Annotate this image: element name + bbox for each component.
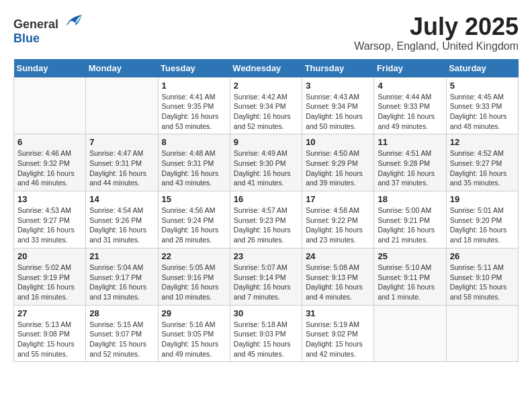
cell-content: Sunrise: 5:15 AMSunset: 9:07 PMDaylight:…	[89, 320, 154, 359]
calendar-cell: 29Sunrise: 5:16 AMSunset: 9:05 PMDayligh…	[158, 305, 230, 362]
day-number: 10	[306, 137, 370, 147]
calendar-cell: 13Sunrise: 4:53 AMSunset: 9:27 PMDayligh…	[14, 191, 86, 248]
day-number: 7	[89, 137, 154, 147]
day-number: 16	[234, 194, 298, 204]
title-section: July 2025 Warsop, England, United Kingdo…	[354, 13, 519, 52]
calendar-cell: 2Sunrise: 4:42 AMSunset: 9:34 PMDaylight…	[230, 77, 302, 134]
day-number: 21	[89, 251, 154, 261]
calendar-header-wednesday: Wednesday	[230, 59, 302, 78]
day-number: 25	[378, 251, 442, 261]
calendar-cell	[14, 77, 86, 134]
location-title: Warsop, England, United Kingdom	[354, 40, 519, 52]
day-number: 11	[378, 137, 442, 147]
cell-content: Sunrise: 4:48 AMSunset: 9:31 PMDaylight:…	[162, 148, 226, 188]
calendar-cell: 14Sunrise: 4:54 AMSunset: 9:26 PMDayligh…	[86, 191, 158, 248]
cell-content: Sunrise: 5:16 AMSunset: 9:05 PMDaylight:…	[162, 320, 226, 359]
day-number: 9	[234, 137, 298, 147]
calendar-cell: 31Sunrise: 5:19 AMSunset: 9:02 PMDayligh…	[302, 305, 374, 362]
calendar-cell: 20Sunrise: 5:02 AMSunset: 9:19 PMDayligh…	[14, 248, 86, 305]
calendar-cell: 18Sunrise: 5:00 AMSunset: 9:21 PMDayligh…	[374, 191, 446, 248]
cell-content: Sunrise: 4:42 AMSunset: 9:34 PMDaylight:…	[234, 92, 298, 132]
calendar-cell: 27Sunrise: 5:13 AMSunset: 9:08 PMDayligh…	[14, 305, 86, 362]
day-number: 13	[17, 194, 82, 204]
cell-content: Sunrise: 4:58 AMSunset: 9:22 PMDaylight:…	[306, 205, 370, 245]
day-number: 27	[17, 308, 82, 318]
cell-content: Sunrise: 4:44 AMSunset: 9:33 PMDaylight:…	[378, 92, 442, 132]
day-number: 3	[306, 81, 370, 91]
day-number: 31	[306, 308, 370, 318]
cell-content: Sunrise: 5:08 AMSunset: 9:13 PMDaylight:…	[306, 263, 370, 302]
calendar-cell	[86, 77, 158, 134]
cell-content: Sunrise: 5:18 AMSunset: 9:03 PMDaylight:…	[234, 320, 298, 359]
day-number: 19	[450, 194, 515, 204]
logo-wordmark: General Blue	[13, 13, 82, 46]
calendar-week-row: 1Sunrise: 4:41 AMSunset: 9:35 PMDaylight…	[14, 77, 519, 134]
cell-content: Sunrise: 5:11 AMSunset: 9:10 PMDaylight:…	[450, 263, 515, 302]
day-number: 4	[378, 81, 442, 91]
day-number: 8	[162, 137, 226, 147]
calendar-cell: 1Sunrise: 4:41 AMSunset: 9:35 PMDaylight…	[158, 77, 230, 134]
cell-content: Sunrise: 4:50 AMSunset: 9:29 PMDaylight:…	[306, 148, 370, 188]
calendar-header-friday: Friday	[374, 59, 446, 78]
cell-content: Sunrise: 5:04 AMSunset: 9:17 PMDaylight:…	[89, 263, 154, 302]
logo-text-blue: Blue	[13, 32, 40, 45]
cell-content: Sunrise: 4:52 AMSunset: 9:27 PMDaylight:…	[450, 148, 515, 188]
calendar-week-row: 27Sunrise: 5:13 AMSunset: 9:08 PMDayligh…	[14, 305, 519, 362]
calendar-cell: 30Sunrise: 5:18 AMSunset: 9:03 PMDayligh…	[230, 305, 302, 362]
page-header: General Blue July 2025 Warsop, England, …	[13, 13, 519, 52]
day-number: 5	[450, 81, 515, 91]
cell-content: Sunrise: 5:00 AMSunset: 9:21 PMDaylight:…	[378, 205, 442, 245]
calendar-cell: 4Sunrise: 4:44 AMSunset: 9:33 PMDaylight…	[374, 77, 446, 134]
cell-content: Sunrise: 5:19 AMSunset: 9:02 PMDaylight:…	[306, 320, 370, 359]
month-title: July 2025	[354, 13, 519, 40]
cell-content: Sunrise: 5:07 AMSunset: 9:14 PMDaylight:…	[234, 263, 298, 302]
day-number: 14	[89, 194, 154, 204]
cell-content: Sunrise: 4:51 AMSunset: 9:28 PMDaylight:…	[378, 148, 442, 188]
cell-content: Sunrise: 4:46 AMSunset: 9:32 PMDaylight:…	[17, 148, 82, 188]
calendar-header-thursday: Thursday	[302, 59, 374, 78]
calendar-week-row: 6Sunrise: 4:46 AMSunset: 9:32 PMDaylight…	[14, 134, 519, 191]
calendar-cell: 19Sunrise: 5:01 AMSunset: 9:20 PMDayligh…	[446, 191, 518, 248]
calendar-week-row: 13Sunrise: 4:53 AMSunset: 9:27 PMDayligh…	[14, 191, 519, 248]
day-number: 23	[234, 251, 298, 261]
cell-content: Sunrise: 4:43 AMSunset: 9:34 PMDaylight:…	[306, 92, 370, 132]
day-number: 30	[234, 308, 298, 318]
calendar-cell: 10Sunrise: 4:50 AMSunset: 9:29 PMDayligh…	[302, 134, 374, 191]
calendar-cell: 3Sunrise: 4:43 AMSunset: 9:34 PMDaylight…	[302, 77, 374, 134]
cell-content: Sunrise: 5:05 AMSunset: 9:16 PMDaylight:…	[162, 263, 226, 302]
calendar-cell: 15Sunrise: 4:56 AMSunset: 9:24 PMDayligh…	[158, 191, 230, 248]
cell-content: Sunrise: 5:01 AMSunset: 9:20 PMDaylight:…	[450, 205, 515, 245]
calendar-cell: 12Sunrise: 4:52 AMSunset: 9:27 PMDayligh…	[446, 134, 518, 191]
day-number: 2	[234, 81, 298, 91]
calendar-cell: 17Sunrise: 4:58 AMSunset: 9:22 PMDayligh…	[302, 191, 374, 248]
calendar-cell	[374, 305, 446, 362]
logo-bird-icon	[63, 13, 82, 28]
calendar-header-sunday: Sunday	[14, 59, 86, 78]
calendar-cell: 21Sunrise: 5:04 AMSunset: 9:17 PMDayligh…	[86, 248, 158, 305]
day-number: 1	[162, 81, 226, 91]
logo-text-general: General	[13, 17, 58, 31]
calendar-cell: 28Sunrise: 5:15 AMSunset: 9:07 PMDayligh…	[86, 305, 158, 362]
calendar-week-row: 20Sunrise: 5:02 AMSunset: 9:19 PMDayligh…	[14, 248, 519, 305]
cell-content: Sunrise: 4:56 AMSunset: 9:24 PMDaylight:…	[162, 205, 226, 245]
calendar-cell: 16Sunrise: 4:57 AMSunset: 9:23 PMDayligh…	[230, 191, 302, 248]
cell-content: Sunrise: 4:49 AMSunset: 9:30 PMDaylight:…	[234, 148, 298, 188]
calendar-cell: 7Sunrise: 4:47 AMSunset: 9:31 PMDaylight…	[86, 134, 158, 191]
cell-content: Sunrise: 5:02 AMSunset: 9:19 PMDaylight:…	[17, 263, 82, 302]
calendar-cell: 5Sunrise: 4:45 AMSunset: 9:33 PMDaylight…	[446, 77, 518, 134]
cell-content: Sunrise: 5:13 AMSunset: 9:08 PMDaylight:…	[17, 320, 82, 359]
day-number: 20	[17, 251, 82, 261]
day-number: 26	[450, 251, 515, 261]
day-number: 6	[17, 137, 82, 147]
day-number: 28	[89, 308, 154, 318]
cell-content: Sunrise: 4:45 AMSunset: 9:33 PMDaylight:…	[450, 92, 515, 132]
calendar-cell: 23Sunrise: 5:07 AMSunset: 9:14 PMDayligh…	[230, 248, 302, 305]
day-number: 17	[306, 194, 370, 204]
logo: General Blue	[13, 13, 82, 46]
day-number: 24	[306, 251, 370, 261]
calendar-cell: 24Sunrise: 5:08 AMSunset: 9:13 PMDayligh…	[302, 248, 374, 305]
cell-content: Sunrise: 4:54 AMSunset: 9:26 PMDaylight:…	[89, 205, 154, 245]
cell-content: Sunrise: 4:41 AMSunset: 9:35 PMDaylight:…	[162, 92, 226, 132]
day-number: 22	[162, 251, 226, 261]
day-number: 18	[378, 194, 442, 204]
